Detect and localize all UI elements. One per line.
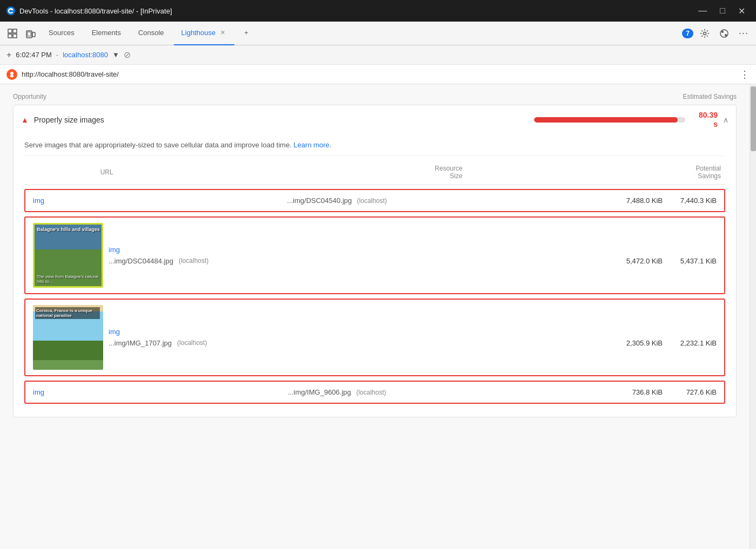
audit-description: Serve images that are appropriately-size… [24, 134, 725, 156]
resource-row-3-inner: Corsica, France is a unique national par… [25, 300, 724, 375]
row-1-host: (localhost) [357, 197, 387, 205]
title-bar-left: DevTools - localhost:8080/travel-site/ -… [6, 6, 172, 15]
svg-rect-6 [28, 32, 31, 36]
opportunity-label: Opportunity [13, 93, 46, 100]
more-button[interactable]: ··· [735, 24, 752, 42]
host-link[interactable]: localhost:8080 [63, 51, 108, 59]
row-3-details: ...img/IMG_1707.jpg (localhost) 2,305.9 … [109, 339, 717, 347]
tab-lighthouse[interactable]: Lighthouse ✕ [174, 22, 235, 45]
sync-button[interactable] [716, 25, 732, 42]
stop-load-icon[interactable]: ⊘ [124, 50, 131, 60]
image-bottom-2: The view from Balagne's natural hills to… [37, 274, 102, 284]
row-3-host: (localhost) [177, 339, 207, 347]
svg-point-12 [10, 72, 14, 75]
new-tab-button[interactable]: + [6, 50, 11, 60]
row-2-details: ...img/DSC04484.jpg (localhost) 5,472.0 … [109, 257, 717, 265]
row-1-url-text: ...img/DSC04540.jpg [287, 196, 352, 205]
audit-body: Serve images that are appropriately-size… [14, 134, 736, 417]
page-more-icon: ⋮ [740, 69, 750, 80]
row-1-url: ...img/DSC04540.jpg (localhost) [65, 196, 609, 205]
svg-point-8 [703, 32, 706, 35]
image-caption-3: Corsica, France is a unique national par… [35, 307, 100, 319]
page-url-text: http://localhost:8080/travel-site/ [22, 70, 735, 78]
settings-icon [700, 29, 710, 38]
window-title: DevTools - localhost:8080/travel-site/ -… [19, 7, 172, 15]
resource-row-3: Corsica, France is a unique national par… [24, 299, 725, 376]
svg-rect-2 [13, 29, 17, 33]
resource-table: URL ResourceSize PotentialSavings [24, 162, 725, 185]
row-4-tag[interactable]: img [33, 388, 65, 396]
audit-header-row[interactable]: ▲ Properly size images 80.39 s ∧ [14, 105, 736, 134]
tab-sources-label: Sources [49, 29, 75, 37]
row-1-tag[interactable]: img [33, 196, 65, 205]
settings-button[interactable] [697, 25, 713, 42]
inspect-element-button[interactable] [4, 25, 21, 42]
notification-badge: 7 [682, 29, 693, 38]
row-4-size: 736.8 KiB [609, 388, 663, 396]
row-4-savings: 727.6 KiB [663, 388, 717, 396]
time-display: 6:02:47 PM [16, 51, 52, 59]
tab-elements[interactable]: Elements [84, 22, 129, 45]
tab-lighthouse-label: Lighthouse [181, 29, 216, 37]
tab-lighthouse-close[interactable]: ✕ [219, 29, 227, 37]
resource-row-2: Balagne's hills and villages The view fr… [24, 216, 725, 294]
favicon-icon [9, 71, 15, 78]
title-bar-controls: — □ ✕ [694, 4, 750, 18]
tab-console[interactable]: Console [131, 22, 172, 45]
close-button[interactable]: ✕ [734, 4, 750, 18]
new-tab-icon: + [6, 50, 11, 59]
resource-row-4: img ...img/IMG_9606.jpg (localhost) 736.… [24, 381, 725, 404]
tab-console-label: Console [138, 29, 164, 37]
resource-row-2-inner: Balagne's hills and villages The view fr… [25, 218, 724, 293]
minimize-button[interactable]: — [694, 4, 711, 18]
browser-icon [6, 6, 15, 15]
resource-info-2: img ...img/DSC04484.jpg (localhost) 5,47… [109, 246, 717, 265]
svg-rect-4 [13, 34, 17, 38]
row-2-savings: 5,437.1 KiB [668, 257, 717, 265]
svg-rect-3 [8, 34, 12, 38]
svg-point-0 [6, 6, 15, 15]
page-url-bar: http://localhost:8080/travel-site/ ⋮ [0, 65, 756, 84]
inspect-icon [8, 29, 17, 38]
row-2-tag[interactable]: img [109, 246, 717, 254]
audit-warning-icon: ▲ [21, 116, 29, 124]
maximize-button[interactable]: □ [716, 4, 730, 18]
tab-elements-label: Elements [92, 29, 121, 37]
tab-sources[interactable]: Sources [41, 22, 82, 45]
row-3-url: ...img/IMG_1707.jpg [109, 339, 172, 347]
add-tab-icon: + [244, 29, 248, 37]
col-resource-size: ResourceSize [189, 162, 467, 185]
svg-point-9 [720, 30, 728, 37]
resource-row-1: img ...img/DSC04540.jpg (localhost) 7,48… [24, 189, 725, 212]
svg-rect-1 [8, 29, 12, 33]
row-3-size: 2,305.9 KiB [614, 339, 663, 347]
learn-more-link[interactable]: Learn more [294, 141, 329, 149]
audit-score: 80.39 s [691, 111, 718, 129]
sync-icon [719, 29, 729, 38]
opportunity-header: Opportunity Estimated Savings [13, 93, 737, 105]
resource-info-3: img ...img/IMG_1707.jpg (localhost) 2,30… [109, 328, 717, 347]
image-caption-2: Balagne's hills and villages [37, 227, 100, 232]
audit-title: Properly size images [34, 116, 529, 124]
host-dropdown-icon[interactable]: ▼ [112, 51, 119, 59]
scrollbar-track[interactable] [750, 84, 756, 549]
svg-rect-13 [10, 75, 14, 77]
toolbar-right: 7 ··· [682, 24, 752, 42]
device-toggle-button[interactable] [23, 25, 39, 42]
row-1-size: 7,488.0 KiB [609, 196, 663, 205]
estimated-savings-label: Estimated Savings [683, 93, 737, 100]
content-area: Opportunity Estimated Savings ▲ Properly… [0, 84, 750, 549]
device-icon [26, 29, 36, 38]
separator-dash: - [56, 51, 58, 59]
audit-chevron-icon[interactable]: ∧ [723, 116, 728, 124]
audit-description-text: Serve images that are appropriately-size… [24, 141, 292, 149]
more-icon: ··· [739, 28, 748, 39]
url-bar: + 6:02:47 PM - localhost:8080 ▼ ⊘ [0, 45, 756, 65]
audit-progress-bar [534, 117, 685, 123]
audit-bar-fill [534, 117, 678, 123]
scrollbar-thumb[interactable] [751, 86, 756, 151]
page-more-button[interactable]: ⋮ [740, 69, 750, 80]
row-3-tag[interactable]: img [109, 328, 717, 336]
col-savings: PotentialSavings [467, 162, 725, 185]
add-tab-button[interactable]: + [237, 22, 256, 45]
